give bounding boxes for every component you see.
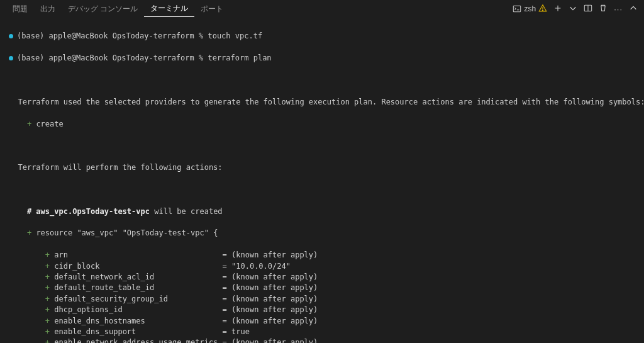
attribute-row: + default_network_acl_id = (known after … (9, 272, 635, 283)
terraform-intro: Terraform used the selected providers to… (9, 97, 635, 108)
svg-rect-0 (514, 6, 521, 12)
chevron-up-icon[interactable] (629, 4, 638, 14)
tab-ports[interactable]: ポート (194, 1, 230, 17)
bullet-icon (9, 56, 13, 60)
svg-point-1 (543, 9, 543, 10)
tab-terminal[interactable]: ターミナル (144, 1, 194, 17)
attribute-row: + enable_network_address_usage_metrics =… (9, 337, 635, 343)
attribute-row: + arn = (known after apply) (9, 250, 635, 261)
prompt-line: (base) apple@MacBook OpsToday-terraform … (9, 53, 635, 64)
chevron-down-icon[interactable] (569, 4, 577, 14)
tab-output[interactable]: 出力 (34, 1, 62, 17)
attribute-row: + enable_dns_hostnames = (known after ap… (9, 316, 635, 327)
terraform-perform: Terraform will perform the following act… (9, 162, 635, 173)
terminal-output[interactable]: (base) apple@MacBook OpsToday-terraform … (0, 18, 644, 343)
terminal-box-icon (513, 4, 521, 13)
attribute-row: + dhcp_options_id = (known after apply) (9, 305, 635, 315)
terminal-toolbar: zsh ··· (513, 4, 638, 14)
shell-label: zsh (524, 4, 536, 13)
bullet-icon (9, 34, 13, 38)
attribute-row: + default_route_table_id = (known after … (9, 283, 635, 293)
tab-debug-console[interactable]: デバッグ コンソール (62, 1, 144, 17)
legend-create: + create (9, 119, 635, 130)
tab-problems[interactable]: 問題 (6, 1, 34, 17)
prompt-line: (base) apple@MacBook OpsToday-terraform … (9, 31, 635, 42)
trash-icon[interactable] (599, 4, 608, 14)
warning-icon (538, 4, 547, 14)
panel-tabbar: 問題 出力 デバッグ コンソール ターミナル ポート zsh ··· (0, 0, 644, 18)
new-terminal-icon[interactable] (553, 4, 562, 14)
resource-decl: + resource "aws_vpc" "OpsToday-test-vpc"… (9, 228, 635, 239)
attribute-row: + default_security_group_id = (known aft… (9, 294, 635, 305)
split-terminal-icon[interactable] (584, 4, 592, 14)
resource-header: # aws_vpc.OpsToday-test-vpc will be crea… (9, 206, 635, 217)
more-icon[interactable]: ··· (614, 4, 623, 14)
attribute-row: + cidr_block = "10.0.0.0/24" (9, 261, 635, 272)
shell-indicator[interactable]: zsh (513, 4, 547, 14)
attribute-row: + enable_dns_support = true (9, 327, 635, 337)
